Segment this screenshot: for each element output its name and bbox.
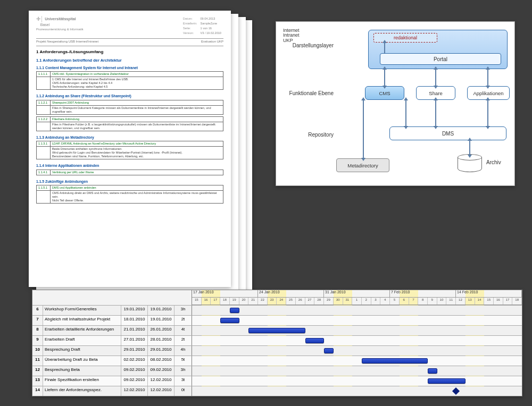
arrow-share-dms (435, 100, 436, 126)
gantt-day-label: 18 (220, 298, 230, 304)
gantt-day-label: 4 (380, 298, 390, 304)
gantt-week-label: 24 Jan 2010 (258, 290, 324, 297)
gantt-task-end: 19.01.2010 (148, 316, 174, 325)
arrow-apps-portal (487, 69, 488, 86)
gantt-day-label: 31 (343, 298, 353, 304)
gantt-day-label: 6 (400, 298, 409, 304)
gantt-task-index: 12 (32, 366, 43, 376)
gantt-day-label: 29 (324, 298, 334, 304)
doc-body: ✚│ Universitätsspital Basel Prozessunter… (29, 11, 231, 210)
gantt-day-label: 19 (230, 298, 239, 304)
arrow-share-portal (435, 69, 436, 86)
arrow-cms-meta (363, 100, 364, 158)
gantt-task-duration: 5t (174, 356, 192, 366)
gantt-task-start: 18.01.2010 (121, 316, 148, 325)
gantt-day-label: 10 (437, 298, 447, 304)
gantt-task-end: 28.01.2010 (148, 336, 174, 345)
heading-3: 1.1.1 Content Management System für Inte… (36, 66, 223, 70)
architecture-diagram: Darstellungslayer Internet Intranet UKP … (276, 21, 515, 186)
gantt-day-label: 26 (296, 298, 305, 304)
heading-1: 1 Anforderungs-/Lösungsumfang (36, 49, 223, 55)
gantt-timeline-cell (192, 366, 522, 376)
label-darstellungslayer: Darstellungslayer (283, 43, 334, 48)
gantt-row: 14Liefern der Anforderungsspez.12.02.201… (32, 386, 522, 396)
gantt-day-label: 21 (248, 298, 258, 304)
gantt-task-start: 09.02.2010 (121, 366, 148, 376)
gantt-row: 13Finale Spezifikation erstellen09.02.20… (32, 376, 522, 386)
label-archiv: Archiv (486, 159, 501, 165)
gantt-row: 7Abgleich mit Inhaltsstruktur Projekt18.… (32, 315, 522, 325)
gantt-task-start: 19.01.2010 (121, 306, 148, 315)
gantt-task-start: 27.01.2010 (121, 336, 148, 345)
requirement-row: 1.1.4.1Verlinkung per URL oder Iframe (36, 170, 223, 175)
gantt-task-duration: 2t (174, 316, 192, 325)
gantt-day-label: 15 (192, 298, 202, 304)
gantt-day-label: 25 (286, 298, 296, 304)
requirements-sections: 1.1.1 Content Management System für Inte… (36, 66, 223, 205)
gantt-day-label: 13 (466, 298, 475, 304)
heading-3: 1.1.3 Anbindung an Metadirectory (36, 136, 223, 140)
gantt-bar (362, 358, 428, 363)
gantt-day-label: 20 (239, 298, 249, 304)
gantt-task-end: 12.02.2010 (148, 376, 174, 386)
gantt-left-header (32, 290, 192, 305)
gantt-timeline-cell (192, 346, 522, 356)
gantt-task-duration: 3h (174, 306, 192, 315)
gantt-task-index: 11 (32, 356, 43, 366)
gantt-task-index: 14 (32, 386, 43, 396)
heading-3: 1.1.4 Interne Applikationen anbinden (36, 164, 223, 168)
doc-meta-table: Datum:09.04.2013 Erstellerin:SampleZone … (181, 16, 223, 36)
gantt-day-label: 27 (305, 298, 315, 304)
gantt-task-index: 8 (32, 326, 43, 335)
gantt-day-label: 11 (446, 298, 456, 304)
gantt-task-name: Erarbeiten Draft (43, 336, 121, 345)
gantt-row: 12Besprechung Beta09.02.201009.02.20103h (32, 366, 522, 376)
gantt-day-label: 24 (277, 298, 286, 304)
gantt-bar (324, 348, 334, 353)
gantt-row: 8Erarbeiten detaillierte Anforderungen21… (32, 325, 522, 335)
gantt-timeline-cell (192, 376, 522, 386)
gantt-task-start: 12.02.2010 (121, 386, 148, 396)
gantt-task-name: Überarbeitung Draft zu Beta (43, 356, 121, 366)
gantt-week-label: 14 Feb 2010 (456, 290, 522, 297)
gantt-day-label: 5 (390, 298, 400, 304)
gantt-row: 6Workshop Form/Generelles19.01.201019.01… (32, 305, 522, 315)
label-funktionale-ebene: Funktionale Ebene (283, 90, 334, 96)
gantt-day-label: 17 (503, 298, 513, 304)
heading-3: 1.1.2 Anbindung an Share (Filestruktur u… (36, 94, 223, 98)
gantt-task-name: Liefern der Anforderungsspez. (43, 386, 121, 396)
gantt-bar (428, 368, 437, 374)
gantt-milestone (452, 387, 460, 395)
gantt-week-label: 31 Jan 2010 (324, 290, 390, 297)
gantt-day-label: 18 (512, 298, 522, 304)
gantt-task-duration: 3h (174, 366, 192, 376)
heading-3: 1.1.5 Zukünftige Anbindungen (36, 180, 223, 184)
label-repository: Repository (283, 132, 334, 138)
arrow-dms-archiv (469, 140, 470, 155)
gantt-day-label: 23 (268, 298, 277, 304)
portal-box: Portal (380, 53, 501, 65)
gantt-bar (305, 338, 324, 343)
gantt-task-index: 6 (32, 306, 43, 315)
gantt-task-start: 29.01.2010 (121, 346, 148, 356)
gantt-row: 10Besprechung Draft29.01.201029.01.20104… (32, 345, 522, 356)
gantt-day-label: 28 (314, 298, 324, 304)
gantt-task-name: Besprechung Draft (43, 346, 121, 356)
gantt-day-label: 15 (484, 298, 494, 304)
gantt-day-label: 1 (352, 298, 362, 304)
gantt-task-start: 09.02.2010 (121, 376, 148, 386)
gantt-bar (248, 328, 305, 333)
gantt-day-label: 8 (418, 298, 428, 304)
gantt-task-end: 08.02.2010 (148, 356, 174, 366)
gantt-body: 6Workshop Form/Generelles19.01.201019.01… (32, 305, 522, 396)
gantt-timeline-cell (192, 336, 522, 345)
gantt-day-label: 9 (428, 298, 437, 304)
gantt-task-start: 02.02.2010 (121, 356, 148, 366)
gantt-task-index: 10 (32, 346, 43, 356)
requirement-row: 1.1.5.1DMS und Applikationen anbindenCMS… (36, 185, 223, 204)
gantt-timeline-cell (192, 316, 522, 325)
gantt-task-name: Besprechung Beta (43, 366, 121, 376)
gantt-task-start: 21.01.2010 (121, 326, 148, 335)
gantt-day-label: 12 (456, 298, 466, 304)
gantt-timeline-cell (192, 356, 522, 366)
